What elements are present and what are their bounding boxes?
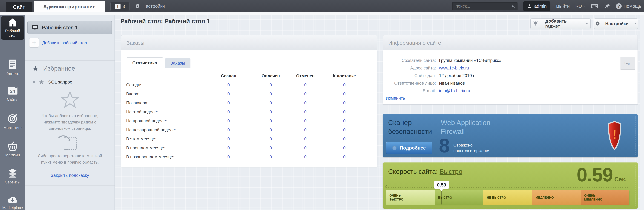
search-box[interactable] [452,2,518,11]
page-title: Рабочий стол: Рабочий стол 1 [120,18,210,25]
tab-statistics[interactable]: Статистика [126,57,163,68]
order-count-link[interactable]: 0 [254,83,288,87]
order-count-link[interactable]: 0 [254,110,288,115]
order-count-link[interactable]: 0 [323,110,366,115]
order-count-link[interactable]: 0 [254,137,288,142]
logout-link[interactable]: Выйти [556,4,570,9]
details-button[interactable]: Подробнее [386,142,432,154]
column-header: К доставке [323,74,366,78]
order-count-link[interactable]: 0 [254,100,288,106]
security-banner-title: Сканер безопасности [388,118,432,136]
order-count-link[interactable]: 0 [254,119,288,124]
order-count-link[interactable]: 0 [323,119,366,124]
sidebar-item-desktop[interactable]: Рабочий стол [1,16,24,40]
desktop-settings-button[interactable]: Настройки [594,19,638,29]
language-selector[interactable]: RU [575,4,585,9]
monitor-icon [32,24,38,31]
order-count-link[interactable]: 0 [288,155,323,159]
sidebar-item-marketing[interactable]: Маркетинг [0,113,25,130]
security-banner-subtitle: Web Application Firewall [441,118,490,136]
language-code: RU [575,4,582,9]
order-count-link[interactable]: 0 [288,119,323,124]
info-value[interactable]: info@1c-bitrix.ru [439,88,470,93]
order-count-link[interactable]: 0 [204,83,254,87]
sidebar-item-sites[interactable]: 24 Сайты [0,86,25,102]
order-count-link[interactable]: 0 [288,146,323,150]
speed-segment: БЫСТРО [435,190,483,205]
order-count-link[interactable]: 0 [254,91,288,96]
order-count-link[interactable]: 0 [323,155,366,159]
topbar-settings-button[interactable]: Настройки [134,0,165,12]
speed-marker-line [441,189,442,204]
sidebar-item-label: Контент [6,71,20,76]
tab-orders[interactable]: Заказы [165,58,190,68]
order-count-link[interactable]: 0 [323,91,366,96]
order-count-link[interactable]: 0 [204,155,254,159]
orders-gadget-header[interactable]: Заказы [121,35,377,50]
order-count-link[interactable]: 0 [204,91,254,96]
svg-text:24: 24 [10,89,15,94]
favorites-item-sql[interactable]: SQL запрос [33,79,72,85]
search-input[interactable] [455,4,512,9]
order-count-link[interactable]: 0 [288,91,323,96]
sidebar-item-marketplace[interactable]: Marketplace [0,195,25,210]
hotkeys-button[interactable] [591,3,598,9]
order-count-link[interactable]: 0 [288,128,323,133]
order-count-link[interactable]: 0 [288,100,323,106]
speed-status-link[interactable]: Быстро [440,168,462,175]
pin-button[interactable] [604,3,610,9]
order-count-link[interactable]: 0 [323,83,366,87]
sidebar-item-services[interactable]: Сервисы [0,168,25,185]
info-value[interactable]: www.1c-bitrix.ru [439,66,469,71]
order-count-link[interactable]: 0 [204,146,254,150]
pin-icon [604,3,610,9]
order-count-link[interactable]: 0 [288,110,323,115]
tab-administration[interactable]: Администрирование [34,1,105,12]
notifications-button[interactable]: i 3 [110,2,130,11]
order-count-link[interactable]: 0 [254,146,288,150]
sidebar-item-content[interactable]: Контент [0,59,25,76]
order-count-link[interactable]: 0 [254,128,288,133]
notification-count: 3 [122,4,125,9]
order-count-link[interactable]: 0 [204,119,254,124]
speed-marker-tooltip[interactable]: 0.59 [434,181,449,189]
add-gadget-button[interactable]: Добавить гаджет [530,19,590,29]
order-count-link[interactable]: 0 [204,100,254,106]
site-info-gadget-body: Создатель сайта: Группа компаний «1С-Бит… [383,50,638,104]
sidebar-item-shop[interactable]: Магазин [0,141,25,157]
user-icon [527,4,532,9]
order-count-link[interactable]: 0 [204,128,254,133]
edit-link[interactable]: Изменить [386,96,405,101]
site-info-gadget-header[interactable]: Информация о сайте [383,35,638,50]
add-desktop-button[interactable]: + Добавить рабочий стол [29,38,87,48]
desktop-tab-current[interactable]: Рабочий стол 1 [28,21,112,34]
help-button[interactable]: ? Помощь [616,3,641,9]
order-count-link[interactable]: 0 [288,83,323,87]
column-header: Отменен [288,74,323,78]
order-row-label: Сегодня: [126,83,204,87]
order-count-link[interactable]: 0 [323,146,366,150]
user-button[interactable]: admin [523,2,550,11]
order-count-link[interactable]: 0 [323,137,366,142]
chevron-down-icon[interactable] [583,19,590,29]
close-hint-link[interactable]: Закрыть подсказку [25,173,114,178]
scrollbar[interactable] [640,15,644,210]
star-icon[interactable] [39,79,44,85]
search-icon[interactable] [512,4,515,9]
order-count-link[interactable]: 0 [288,137,323,142]
speed-segment: НЕ БЫСТРО [483,190,532,205]
drop-zone-icon [64,137,76,150]
order-count-link[interactable]: 0 [323,128,366,133]
info-icon: i [115,4,120,9]
drag-handle-icon[interactable] [33,81,35,83]
tab-site[interactable]: Сайт [6,2,32,12]
chevron-down-icon[interactable] [633,19,638,29]
order-row-label: На позапрошлой неделе: [126,128,204,133]
speed-segment-label: НЕ БЫСТРО [487,196,506,199]
order-row-label: На прошлой неделе: [126,119,204,124]
order-count-link[interactable]: 0 [204,110,254,115]
order-count-link[interactable]: 0 [254,155,288,159]
order-count-link[interactable]: 0 [323,100,366,106]
order-count-link[interactable]: 0 [204,137,254,142]
info-label: E-mail: [386,88,436,93]
